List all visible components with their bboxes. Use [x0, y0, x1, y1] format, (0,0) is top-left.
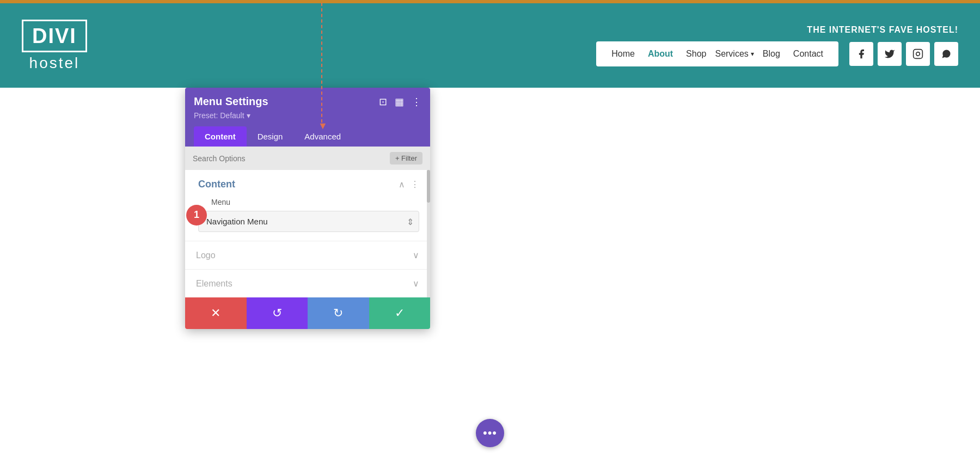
tab-content[interactable]: Content [194, 126, 247, 147]
content-section-title: Content [198, 179, 235, 190]
whatsapp-icon[interactable] [934, 42, 958, 66]
panel-header-icons: ⊡ ▦ ⋮ [379, 96, 421, 108]
panel-header: Menu Settings ⊡ ▦ ⋮ Preset: Default ▾ Co… [185, 88, 430, 147]
menu-select[interactable]: Navigation Menu Primary Menu Footer Menu [198, 211, 419, 232]
facebook-icon[interactable] [849, 42, 873, 66]
cancel-button[interactable]: ✕ [185, 297, 247, 329]
logo-sub: hostel [29, 54, 80, 72]
floating-dots-button[interactable]: ••• [476, 419, 504, 447]
content-section-header: Content ∧ ⋮ [198, 179, 419, 190]
menu-label: Menu [198, 198, 419, 206]
panel-title: Menu Settings [194, 95, 268, 108]
search-options-input[interactable] [193, 154, 390, 163]
main-content: ▼ Menu Settings ⊡ ▦ ⋮ Preset: Default ▾ … [0, 88, 980, 469]
nav-item-contact[interactable]: Contact [789, 47, 828, 61]
annotation-line [321, 3, 322, 123]
elements-section-title: Elements [196, 279, 232, 289]
menu-settings-panel: Menu Settings ⊡ ▦ ⋮ Preset: Default ▾ Co… [185, 88, 430, 329]
panel-content-wrapper: Content ∧ ⋮ 1 Menu [185, 170, 430, 297]
logo-section[interactable]: Logo ∨ [185, 241, 430, 269]
instagram-icon[interactable] [906, 42, 930, 66]
nav-item-shop[interactable]: Shop [682, 47, 710, 61]
step-badge: 1 [186, 205, 207, 226]
panel-footer: ✕ ↺ ↻ ✓ [185, 297, 430, 329]
section-more-icon[interactable]: ⋮ [411, 179, 419, 190]
elements-section[interactable]: Elements ∨ [185, 269, 430, 297]
fullscreen-icon[interactable]: ⊡ [379, 96, 387, 108]
nav-menu: Home About Shop Services ▾ Blog Contact [596, 41, 838, 66]
logo-section-chevron-icon: ∨ [413, 250, 419, 260]
header: DIVI hostel THE INTERNET'S FAVE HOSTEL! … [0, 3, 980, 88]
content-section: Content ∧ ⋮ 1 Menu [185, 170, 430, 241]
panel-body: + Filter Content ∧ ⋮ [185, 147, 430, 329]
floating-dots-icon: ••• [483, 426, 497, 440]
search-bar: + Filter [185, 147, 430, 170]
menu-field-container: 1 Menu Navigation Menu Primary Menu Foot… [198, 198, 419, 232]
tab-design[interactable]: Design [247, 126, 294, 147]
nav-item-blog[interactable]: Blog [758, 47, 785, 61]
menu-section-wrapper: 1 Menu Navigation Menu Primary Menu Foot… [198, 198, 419, 232]
nav-item-services[interactable]: Services ▾ [715, 49, 754, 59]
logo-section-title: Logo [196, 251, 216, 260]
nav-item-about[interactable]: About [644, 47, 677, 61]
svg-rect-0 [914, 49, 923, 58]
undo-button[interactable]: ↺ [247, 297, 308, 329]
columns-icon[interactable]: ▦ [395, 96, 404, 108]
more-options-icon[interactable]: ⋮ [412, 96, 421, 108]
panel-header-top: Menu Settings ⊡ ▦ ⋮ [194, 95, 421, 108]
tagline: THE INTERNET'S FAVE HOSTEL! [807, 25, 958, 35]
social-icons [849, 42, 958, 66]
logo-brand: DIVI [22, 20, 87, 52]
nav-social-row: Home About Shop Services ▾ Blog Contact [596, 41, 958, 66]
twitter-icon[interactable] [878, 42, 902, 66]
panel-scrollbar[interactable] [427, 170, 430, 297]
preset-label: Preset: Default [194, 111, 244, 120]
preset-arrow-icon: ▾ [247, 111, 250, 120]
content-section-header-icons: ∧ ⋮ [399, 179, 419, 190]
menu-select-wrapper: Navigation Menu Primary Menu Footer Menu… [198, 211, 419, 232]
logo-area: DIVI hostel [22, 20, 87, 72]
services-chevron-icon: ▾ [751, 50, 754, 58]
panel-preset[interactable]: Preset: Default ▾ [194, 111, 421, 120]
filter-button[interactable]: + Filter [390, 152, 422, 165]
header-right: THE INTERNET'S FAVE HOSTEL! Home About S… [596, 25, 958, 66]
collapse-icon[interactable]: ∧ [399, 179, 405, 190]
save-button[interactable]: ✓ [369, 297, 431, 329]
elements-section-chevron-icon: ∨ [413, 278, 419, 289]
nav-item-home[interactable]: Home [607, 47, 639, 61]
redo-button[interactable]: ↻ [308, 297, 369, 329]
panel-tabs: Content Design Advanced [194, 126, 421, 147]
scrollbar-thumb [427, 170, 430, 203]
annotation-arrow: ▼ [318, 120, 328, 132]
